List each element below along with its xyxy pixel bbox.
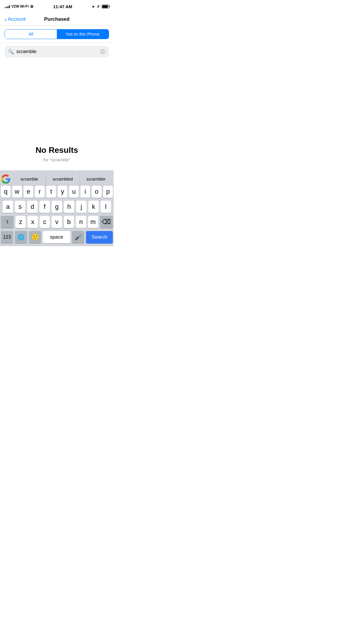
no-results-subtitle: for “scramble” (43, 157, 71, 162)
search-input[interactable] (16, 49, 98, 55)
google-logo-icon (1, 174, 10, 184)
key-s[interactable]: s (15, 201, 25, 213)
key-v[interactable]: v (52, 216, 62, 228)
key-z[interactable]: z (15, 216, 26, 228)
wifi-icon: ⊜ (30, 4, 34, 9)
numbers-key[interactable]: 123 (1, 231, 13, 243)
status-right: ➤ ✗ (92, 4, 109, 9)
key-t[interactable]: t (46, 186, 56, 198)
nav-bar: ‹ Account Purchased (0, 13, 114, 26)
segment-container: All Not on this iPhone (0, 26, 114, 43)
key-j[interactable]: j (76, 201, 87, 213)
key-f[interactable]: f (39, 201, 50, 213)
key-rows: q w e r t y u i o p a s d f g h j k l ⇧ … (0, 186, 114, 228)
bluetooth-icon: ✗ (97, 4, 100, 9)
key-c[interactable]: c (40, 216, 50, 228)
search-container: 🔍 Ⓒ (0, 43, 114, 62)
key-p[interactable]: p (103, 186, 113, 198)
location-icon: ➤ (92, 4, 95, 9)
battery-icon (102, 5, 109, 8)
page-title: Purchased (44, 16, 70, 22)
key-o[interactable]: o (92, 186, 101, 198)
back-label: Account (8, 16, 26, 22)
segment-not-on-iphone[interactable]: Not on this iPhone (57, 29, 109, 39)
clear-search-button[interactable]: Ⓒ (100, 48, 106, 55)
key-d[interactable]: d (27, 201, 38, 213)
mic-key[interactable]: 🎤 (72, 231, 84, 243)
globe-key[interactable]: 🌐 (15, 231, 27, 243)
key-row-1: q w e r t y u i o p (1, 186, 113, 198)
key-u[interactable]: u (69, 186, 79, 198)
no-results-title: No Results (36, 146, 78, 155)
shift-key[interactable]: ⇧ (1, 216, 14, 228)
signal-bars (5, 5, 10, 8)
status-left: VZW Wi-Fi ⊜ (5, 4, 34, 9)
suggestions-row: scramble scrambled scrambler (0, 173, 114, 186)
key-e[interactable]: e (24, 186, 33, 198)
search-button[interactable]: Search (86, 231, 113, 243)
key-g[interactable]: g (52, 201, 62, 213)
key-w[interactable]: w (12, 186, 22, 198)
key-l[interactable]: l (101, 201, 111, 213)
key-i[interactable]: i (80, 186, 90, 198)
delete-key[interactable]: ⌫ (100, 216, 113, 228)
key-b[interactable]: b (64, 216, 74, 228)
key-k[interactable]: k (88, 201, 99, 213)
back-chevron-icon: ‹ (5, 16, 7, 22)
time-label: 11:47 AM (53, 4, 72, 9)
carrier-label: VZW Wi-Fi (11, 4, 29, 8)
key-x[interactable]: x (27, 216, 38, 228)
suggestion-scramble[interactable]: scramble (13, 173, 46, 185)
key-m[interactable]: m (88, 216, 98, 228)
segment-all[interactable]: All (5, 29, 57, 39)
search-bar[interactable]: 🔍 Ⓒ (5, 46, 109, 57)
key-h[interactable]: h (64, 201, 74, 213)
key-row-2: a s d f g h j k l (1, 201, 113, 213)
key-y[interactable]: y (58, 186, 67, 198)
suggestion-scrambler[interactable]: scrambler (80, 173, 113, 185)
status-bar: VZW Wi-Fi ⊜ 11:47 AM ➤ ✗ (0, 0, 114, 13)
key-q[interactable]: q (1, 186, 10, 198)
emoji-key[interactable]: 🙂 (29, 231, 41, 243)
back-button[interactable]: ‹ Account (5, 16, 26, 22)
space-key[interactable]: space (43, 231, 70, 243)
suggestion-scrambled[interactable]: scrambled (46, 173, 79, 185)
key-a[interactable]: a (3, 201, 13, 213)
key-r[interactable]: r (35, 186, 45, 198)
key-row-3: ⇧ z x c v b n m ⌫ (1, 216, 113, 228)
bottom-row: 123 🌐 🙂 space 🎤 Search (0, 231, 114, 243)
key-n[interactable]: n (76, 216, 86, 228)
keyboard: scramble scrambled scrambler q w e r t y… (0, 170, 114, 246)
search-icon: 🔍 (8, 49, 14, 55)
segment-control: All Not on this iPhone (5, 29, 109, 39)
